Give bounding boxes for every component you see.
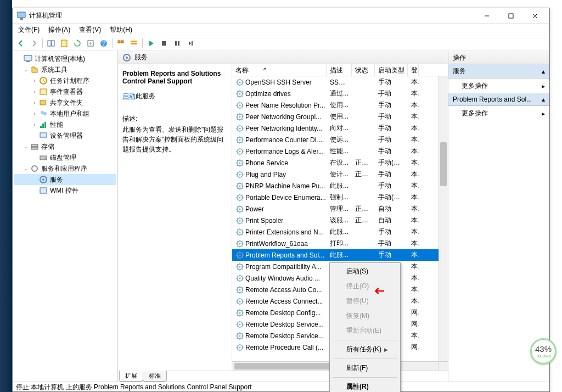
service-row[interactable]: OpenSSH SSH ServerSSH ...手动本 [232, 76, 448, 88]
minimize-button[interactable] [475, 8, 499, 24]
gear-icon [235, 251, 244, 260]
column-description[interactable]: 描述 [327, 64, 352, 76]
tree-node[interactable]: ›本地用户和组 [14, 108, 116, 119]
tree-node[interactable]: ⌄服务和应用程序 [14, 163, 116, 174]
column-status[interactable]: 状态 [352, 64, 375, 76]
cell-startup: 手动 [375, 250, 408, 260]
gear-icon [235, 309, 244, 317]
menu-view[interactable]: 查看(V) [76, 24, 104, 36]
service-row[interactable]: Optimize drives通过...手动本 [232, 88, 448, 99]
menu-item[interactable]: 启动(S) [331, 264, 399, 279]
actions-more-2[interactable]: 更多操作 ▸ [448, 106, 549, 121]
chevron-icon[interactable]: ⌄ [23, 143, 29, 150]
chevron-icon[interactable]: › [31, 99, 38, 106]
cell-desc: 使用... [327, 100, 352, 110]
selected-service-name: Problem Reports and Solutions Control Pa… [122, 70, 227, 85]
chevron-icon[interactable]: ⌄ [23, 66, 29, 73]
menu-properties[interactable]: 属性(R) [331, 379, 399, 392]
chevron-icon[interactable]: ⌄ [23, 165, 29, 172]
service-row[interactable]: Peer Networking Groupi...使用...手动本 [232, 111, 448, 122]
column-name[interactable]: 名称 ^ [232, 64, 327, 76]
show-hide-button[interactable] [45, 37, 57, 49]
export-button[interactable] [85, 37, 97, 49]
tree-node[interactable]: WMI 控件 [14, 185, 116, 196]
service-row[interactable]: Plug and Play使计...正在...手动本 [232, 169, 448, 180]
service-row[interactable]: Performance Logs & Aler...性能...手动本 [232, 145, 448, 157]
tree-node[interactable]: ›事件查看器 [14, 86, 116, 97]
tree-node[interactable]: 服务 [14, 174, 116, 185]
tab-standard[interactable]: 标准 [143, 371, 167, 382]
service-row[interactable]: Performance Counter DL...使远...手动本 [232, 134, 448, 145]
service-row[interactable]: Peer Name Resolution Pr...使用...手动本 [232, 99, 448, 111]
tree-node[interactable]: ⌄存储 [14, 141, 116, 152]
gear-icon [235, 239, 244, 248]
menu-file[interactable]: 文件(F) [15, 24, 43, 36]
start-service-button[interactable] [145, 37, 157, 49]
column-logon[interactable]: 登 [408, 64, 419, 76]
help-button[interactable]: ? [98, 37, 110, 49]
refresh-button[interactable] [71, 37, 83, 49]
service-row[interactable]: Phone Service在设...正在...手动(触发...本 [232, 157, 448, 169]
desktop-edge [0, 0, 12, 392]
tree-node[interactable]: 设备管理器 [14, 130, 116, 141]
tree-node[interactable]: ›性能 [14, 119, 116, 130]
actions-more-1[interactable]: 更多操作 ▸ [448, 79, 549, 93]
service-row[interactable]: Portable Device Enumera...强制...手动(触发...本 [232, 192, 448, 203]
menu-help[interactable]: 帮助(H) [106, 24, 136, 36]
tree-label: 计算机管理(本地) [35, 54, 85, 64]
service-row[interactable]: PrintWorkflow_61eaa打印...手动本 [232, 238, 448, 249]
tree-node[interactable]: ⌄系统工具 [14, 64, 116, 75]
menu-refresh[interactable]: 刷新(F) [331, 361, 399, 376]
column-startup[interactable]: 启动类型 [375, 64, 408, 76]
view-mode-2-button[interactable] [128, 37, 140, 49]
stop-service-button[interactable] [158, 37, 170, 49]
service-row[interactable]: Peer Networking Identity...向对...手动本 [232, 122, 448, 134]
menu-action[interactable]: 操作(A) [45, 24, 74, 36]
chevron-icon[interactable] [31, 132, 38, 139]
service-row[interactable]: Printer Extensions and N...此服...手动本 [232, 226, 448, 238]
chevron-down-icon[interactable] [16, 55, 23, 62]
chevron-icon[interactable]: › [31, 110, 38, 117]
tab-extended[interactable]: 扩展 [119, 371, 143, 382]
chevron-icon[interactable] [31, 176, 38, 183]
tree-node[interactable]: ›共享文件夹 [14, 97, 116, 108]
svg-point-74 [239, 266, 241, 267]
svg-point-62 [239, 197, 241, 198]
actions-section-services[interactable]: 服务 ▴ [448, 64, 549, 79]
chevron-icon[interactable] [31, 187, 38, 194]
start-service-link[interactable]: 启动 [122, 92, 136, 100]
properties-button[interactable] [58, 37, 70, 49]
view-mode-1-button[interactable] [115, 37, 127, 49]
svg-rect-12 [118, 41, 120, 43]
chevron-icon[interactable]: › [31, 88, 38, 95]
content-area: 计算机管理(本地) ⌄系统工具›任务计划程序›事件查看器›共享文件夹›本地用户和… [13, 51, 549, 382]
service-row[interactable]: PNRP Machine Name Pu...此服...手动本 [232, 180, 448, 192]
cell-desc: 通过... [327, 89, 352, 98]
tree-panel[interactable]: 计算机管理(本地) ⌄系统工具›任务计划程序›事件查看器›共享文件夹›本地用户和… [13, 51, 118, 382]
service-row[interactable]: Print Spooler该服...正在...自动本 [232, 215, 448, 226]
nav-forward-button[interactable] [28, 37, 40, 49]
nav-back-button[interactable] [15, 37, 27, 49]
network-monitor-widget[interactable]: 43% ↓0.1K/s [530, 338, 557, 365]
description-text: 此服务为查看、发送和删除"问题报告和解决方案"控制面板的系统级问题报告提供支持。 [122, 125, 227, 154]
service-row[interactable]: Problem Reports and Sol...此服...手动本 [232, 249, 448, 261]
cell-logon: 本 [408, 89, 419, 98]
svg-point-70 [239, 243, 241, 244]
close-button[interactable] [523, 8, 547, 24]
service-row[interactable]: Power管理...正在...自动本 [232, 203, 448, 215]
cell-logon: 本 [408, 181, 419, 191]
vertical-scrollbar[interactable] [439, 76, 448, 361]
pause-service-button[interactable] [171, 37, 183, 49]
chevron-icon[interactable]: › [31, 77, 38, 84]
tree-node[interactable]: ›任务计划程序 [14, 75, 116, 86]
chevron-icon[interactable] [31, 154, 38, 161]
maximize-button[interactable] [499, 8, 523, 24]
chevron-icon[interactable]: › [31, 121, 38, 128]
tree-node[interactable]: 磁盘管理 [14, 152, 116, 163]
actions-section-selected[interactable]: Problem Reports and Sol... ▴ [448, 93, 549, 106]
restart-service-button[interactable] [184, 37, 196, 49]
menu-all-tasks[interactable]: 所有任务(K) ▶ [331, 342, 399, 357]
svg-rect-18 [178, 41, 179, 46]
svg-rect-27 [40, 126, 42, 128]
tree-root[interactable]: 计算机管理(本地) [14, 53, 116, 64]
